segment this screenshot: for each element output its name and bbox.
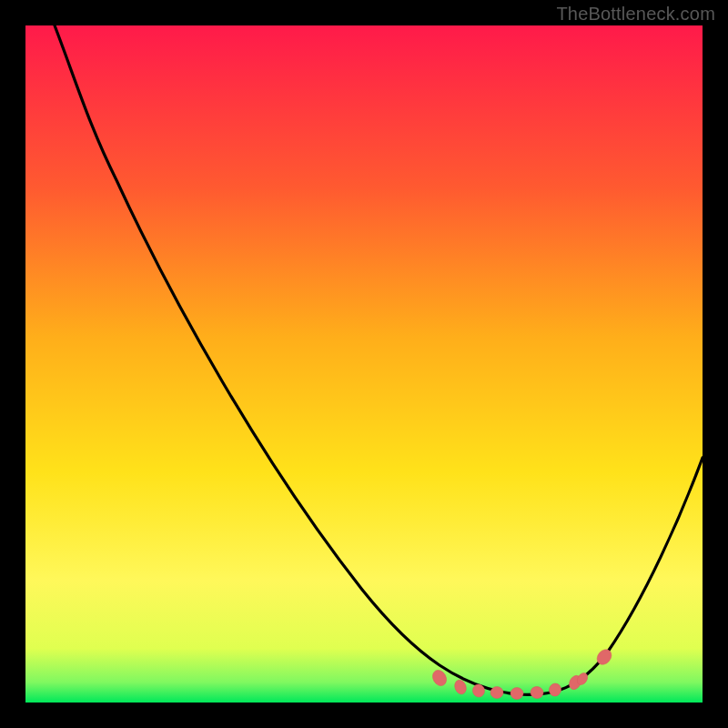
chart-container: TheBottleneck.com — [0, 0, 728, 728]
plot-area — [25, 25, 703, 703]
background-gradient — [25, 25, 703, 703]
watermark-text: TheBottleneck.com — [556, 4, 715, 25]
svg-rect-0 — [25, 25, 703, 703]
